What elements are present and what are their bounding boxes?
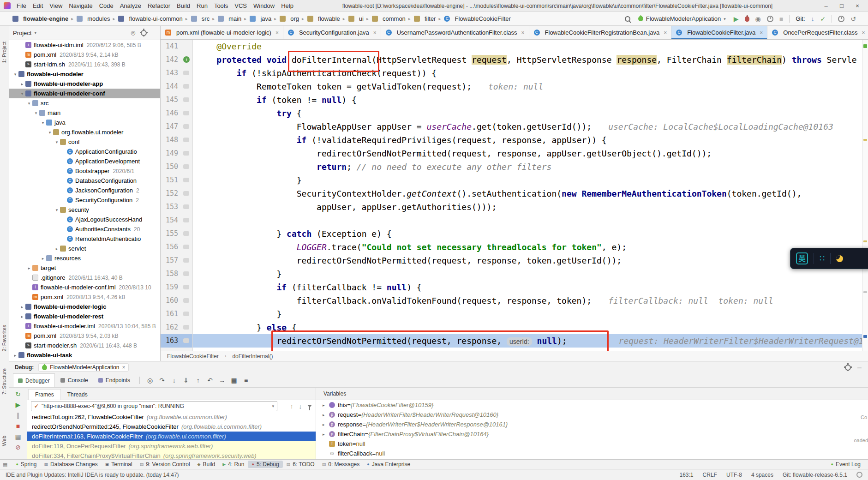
status-caret-position[interactable]: 163:1 xyxy=(680,472,694,478)
filter-icon[interactable] xyxy=(307,405,312,408)
locate-file-icon[interactable]: ◎ xyxy=(131,30,135,36)
chevron-right-icon[interactable]: ▸ xyxy=(323,422,329,427)
tree-item[interactable]: CBootstrapper2020/6/1 xyxy=(9,166,160,176)
tab-threads[interactable]: Threads xyxy=(61,390,94,400)
chevron-down-icon[interactable]: ▾ xyxy=(33,111,39,115)
line-number[interactable]: 158 xyxy=(161,267,181,281)
stripe-mark[interactable] xyxy=(863,44,867,48)
tree-item[interactable]: >start-idm.sh2020/6/11 16:43, 398 B xyxy=(9,60,160,69)
code-line[interactable]: 156 LOGGER.trace("Could not set necessar… xyxy=(161,240,868,254)
stop-icon[interactable]: ■ xyxy=(779,16,783,22)
view-breakpoints-icon[interactable]: ▦ xyxy=(15,433,21,440)
code-line[interactable]: 141 @Override xyxy=(161,40,868,53)
gutter-cell[interactable] xyxy=(181,321,193,334)
status-git-branch[interactable]: Git: flowable-release-6.5.1 xyxy=(783,472,847,478)
toolwindow-button-terminal[interactable]: ▣Terminal xyxy=(102,461,136,468)
menu-tools[interactable]: Tools xyxy=(211,1,231,10)
gutter-cell[interactable] xyxy=(181,174,193,187)
tree-item[interactable]: CApplicationDevelopment xyxy=(9,156,160,166)
menu-file[interactable]: File xyxy=(13,1,30,10)
code-text[interactable]: RemoteToken token = getValidToken(reques… xyxy=(193,80,868,93)
tree-item[interactable]: ▸resources xyxy=(9,253,160,263)
breadcrumb-item[interactable]: CFlowableCookieFilter xyxy=(443,15,510,22)
toolwindow-strip-label[interactable]: Web xyxy=(1,436,7,446)
stack-frame[interactable]: doFilter:119, OncePerRequestFilter(org.s… xyxy=(27,441,316,451)
chevron-down-icon[interactable]: ▾ xyxy=(12,72,18,77)
tree-item[interactable]: ▾flowable-ui-modeler xyxy=(9,69,160,79)
menu-window[interactable]: Window xyxy=(250,1,278,10)
git-commit-icon[interactable]: ✓ xyxy=(820,16,826,22)
stack-frame[interactable]: doFilter:334, FilterChainProxy$VirtualFi… xyxy=(27,451,316,459)
line-number[interactable]: 146 xyxy=(161,107,181,120)
pause-icon[interactable]: ∥ xyxy=(17,412,20,419)
status-indent-setting[interactable]: 4 spaces xyxy=(751,472,773,478)
step-into-icon[interactable]: ↓ xyxy=(168,377,180,384)
code-line[interactable]: 147 FlowableAppUser appUser = userCache.… xyxy=(161,120,868,133)
close-icon[interactable]: × xyxy=(373,30,377,36)
breadcrumb-item[interactable]: modules xyxy=(76,15,110,22)
menu-view[interactable]: View xyxy=(46,1,66,10)
coverage-icon[interactable]: ◉ xyxy=(755,16,761,22)
code-text[interactable]: SecurityContextHolder.getContext().setAu… xyxy=(193,187,868,200)
gutter-cell[interactable]: ↑ xyxy=(181,53,193,66)
chevron-right-icon[interactable]: ▸ xyxy=(19,82,25,86)
line-number[interactable]: 143 xyxy=(161,66,181,80)
code-line[interactable]: 146 try { xyxy=(161,107,868,120)
force-step-into-icon[interactable]: ⇓ xyxy=(180,377,192,384)
menu-help[interactable]: Help xyxy=(278,1,297,10)
gutter-cell[interactable] xyxy=(181,93,193,107)
line-number[interactable]: 154 xyxy=(161,214,181,227)
gutter-cell[interactable] xyxy=(181,80,193,93)
settings-icon[interactable] xyxy=(141,30,147,36)
code-text[interactable]: redirectOrSendNotPermitted(request, resp… xyxy=(193,147,868,160)
frame-up-icon[interactable]: ↑ xyxy=(290,403,293,410)
code-line[interactable]: 152 SecurityContextHolder.getContext().s… xyxy=(161,187,868,200)
chevron-right-icon[interactable]: ▸ xyxy=(19,314,25,319)
editor-tab[interactable]: CSecurityConfiguration.java× xyxy=(283,26,381,39)
rerun-icon[interactable]: ↻ xyxy=(15,390,21,398)
code-text[interactable]: } catch (Exception e) { xyxy=(193,227,868,240)
tree-item[interactable]: CAuthoritiesConstants20 xyxy=(9,224,160,234)
tree-item[interactable]: ▾java xyxy=(9,118,160,127)
code-line[interactable]: 160 filterCallback.onValidTokenFound(req… xyxy=(161,294,868,307)
tree-item[interactable]: iflowable-ui-modeler.iml2020/8/13 10:04,… xyxy=(9,321,160,331)
code-line[interactable]: 142↑ protected void doFilterInternal(Htt… xyxy=(161,53,868,66)
variable-row[interactable]: ▸prequest = {HeaderWriterFilter$HeaderWr… xyxy=(316,410,868,420)
breadcrumb-item[interactable]: flowable-ui-common xyxy=(118,15,182,22)
code-text[interactable]: if (token != null) { xyxy=(193,93,868,107)
line-number[interactable]: 162 xyxy=(161,321,181,334)
breadcrumb-item[interactable]: java xyxy=(249,15,271,22)
editor-tab[interactable]: mpom.xml (flowable-ui-modeler-logic)× xyxy=(161,26,283,39)
variable-row[interactable]: ∞filterCallback = null xyxy=(316,449,868,458)
tree-item[interactable]: CJacksonConfiguration2 xyxy=(9,186,160,195)
chevron-right-icon[interactable]: ▸ xyxy=(323,432,329,437)
code-text[interactable]: try { xyxy=(193,107,868,120)
toolwindow-button-6-todo[interactable]: ▤6: TODO xyxy=(283,461,318,468)
toolwindow-strip-label[interactable]: 1: Project xyxy=(1,42,7,63)
code-text[interactable]: } else { xyxy=(193,321,868,334)
stack-frame[interactable]: redirectToLogin:262, FlowableCookieFilte… xyxy=(27,412,316,422)
chevron-down-icon[interactable]: ▾ xyxy=(40,120,46,125)
chevron-down-icon[interactable]: ▾ xyxy=(54,208,60,212)
gutter-cell[interactable] xyxy=(181,200,193,214)
menu-navigate[interactable]: Navigate xyxy=(66,1,96,10)
line-number[interactable]: 157 xyxy=(161,254,181,267)
gutter-cell[interactable] xyxy=(181,187,193,200)
variable-row[interactable]: ▸presponse = {HeaderWriterFilter$HeaderW… xyxy=(316,420,868,429)
settings-gear-icon[interactable] xyxy=(845,365,851,371)
ime-menu-icon[interactable]: ∷ xyxy=(820,253,825,264)
code-line[interactable]: 161 } xyxy=(161,307,868,321)
menu-analyze[interactable]: Analyze xyxy=(117,1,144,10)
debugger-tab-debugger[interactable]: Debugger xyxy=(13,373,55,387)
gutter-cell[interactable] xyxy=(181,214,193,227)
code-text[interactable]: if (!skipAuthenticationCheck(request)) { xyxy=(193,66,868,80)
show-execution-point-icon[interactable]: ◎ xyxy=(144,377,156,384)
gutter-cell[interactable] xyxy=(181,348,193,351)
chevron-right-icon[interactable]: ▸ xyxy=(54,246,60,251)
thread-selector[interactable]: ✓ "http-nio-8888-exec-4"@9,600 in group … xyxy=(31,401,277,411)
debug-bug-icon[interactable] xyxy=(745,16,749,22)
chevron-right-icon[interactable]: ▸ xyxy=(26,266,32,270)
code-line[interactable]: 158 } xyxy=(161,267,868,281)
toolwindow-button-build[interactable]: ◆Build xyxy=(194,461,219,468)
chevron-down-icon[interactable]: ▾ xyxy=(34,30,36,35)
